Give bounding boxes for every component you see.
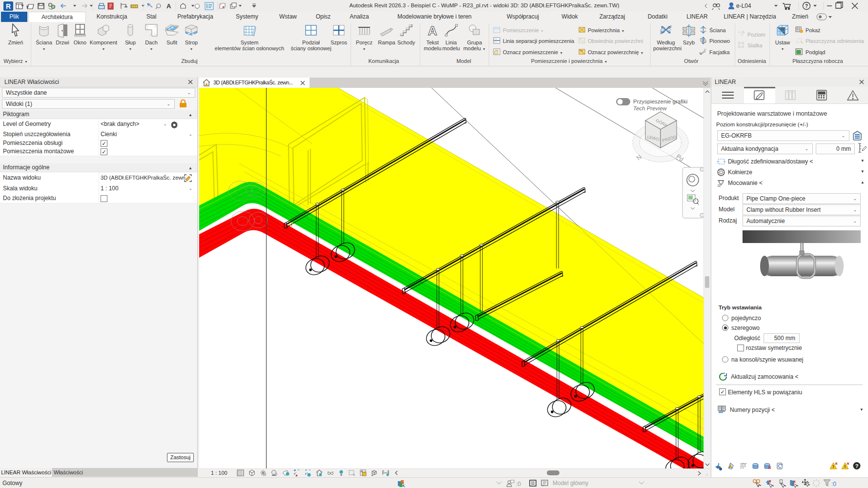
svg-text:e-L04: e-L04 (736, 2, 751, 9)
svg-text:R: R (6, 2, 11, 10)
svg-text:!: ! (833, 464, 834, 469)
svg-text:?: ? (805, 3, 808, 9)
svg-text:A: A (428, 23, 437, 38)
svg-text:?: ? (855, 463, 859, 469)
svg-text:A: A (166, 2, 171, 10)
svg-text:!: ! (845, 464, 846, 469)
svg-text::0: :0 (831, 481, 836, 488)
svg-text::0: :0 (516, 481, 521, 488)
svg-text:Przyspieszenie grafiki: Przyspieszenie grafiki (633, 99, 687, 104)
svg-text:-1: -1 (738, 30, 741, 33)
svg-text:Tech Preview: Tech Preview (633, 105, 667, 111)
